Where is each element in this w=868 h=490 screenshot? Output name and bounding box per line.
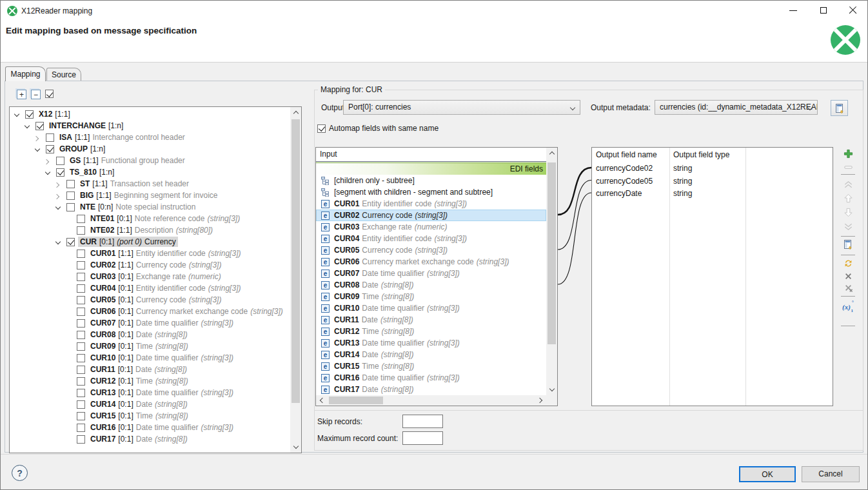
tree-checkbox[interactable]	[66, 180, 75, 188]
tree-checkbox[interactable]	[77, 261, 85, 270]
input-field-row[interactable]: eCUR09Time(string[8])	[316, 291, 546, 302]
tree-row[interactable]: CUR[0:1](port 0)Currency	[10, 236, 290, 248]
input-field-row[interactable]: eCUR04Entity identifier code(string[3])	[316, 233, 546, 244]
expander-open-icon[interactable]	[46, 166, 56, 178]
input-field-row[interactable]: [children only - subtree]	[316, 175, 546, 186]
input-horizontal-scrollbar[interactable]	[316, 395, 546, 406]
move-top-button[interactable]	[842, 180, 854, 191]
input-field-row[interactable]: [segment with children - segment and sub…	[316, 186, 546, 198]
expander-closed-icon[interactable]	[46, 155, 56, 166]
input-field-row[interactable]: eCUR16Date time qualifier(string[3])	[316, 372, 546, 384]
expander-open-icon[interactable]	[25, 120, 35, 132]
tree-row[interactable]: CUR07[0:1]Date time qualifier(string[3])	[10, 317, 290, 329]
expander-closed-icon[interactable]	[35, 132, 46, 143]
check-all-button[interactable]	[45, 90, 54, 98]
tree-row[interactable]: CUR08[0:1]Date(string[8])	[10, 329, 290, 340]
input-field-row[interactable]: eCUR01Entity identifier code(string[3])	[316, 198, 546, 210]
scrollbar-thumb[interactable]	[329, 397, 383, 404]
cancel-all-mappings-button[interactable]	[842, 283, 854, 295]
input-field-row[interactable]: eCUR08Date(string[8])	[316, 279, 546, 291]
scroll-down-icon[interactable]	[290, 442, 301, 453]
help-button[interactable]: ?	[12, 465, 28, 481]
tab-source[interactable]: Source	[46, 68, 81, 81]
tree-row[interactable]: CUR11[0:1]Date(string[8])	[10, 364, 290, 375]
skip-records-input[interactable]	[402, 415, 443, 428]
input-field-row[interactable]: eCUR15Time(string[8])	[316, 360, 546, 372]
expander-closed-icon[interactable]	[56, 178, 66, 190]
tree-row[interactable]: TS_810[1:n]	[10, 166, 290, 178]
scroll-up-icon[interactable]	[290, 107, 301, 118]
input-field-row[interactable]: eCUR05Currency code(string[3])	[316, 244, 546, 256]
expander-open-icon[interactable]	[15, 108, 25, 120]
tree-row[interactable]: CUR13[0:1]Date time qualifier(string[3])	[10, 387, 290, 398]
maximize-button[interactable]	[809, 1, 838, 20]
expand-all-button[interactable]: +	[17, 90, 26, 99]
close-button[interactable]	[838, 1, 867, 20]
tree-row[interactable]: ISA[1:1]Interchange control header	[10, 132, 290, 143]
tree-checkbox[interactable]	[77, 389, 85, 397]
tree-row[interactable]: NTE01[0:1]Note reference code(string[3])	[10, 213, 290, 224]
output-metadata-combobox[interactable]: currencies (id:__dynamic_metadata_X12REA…	[655, 100, 818, 115]
tree-row[interactable]: X12[1:1]	[10, 108, 290, 120]
input-field-row[interactable]: eCUR13Date time qualifier(string[3])	[316, 337, 546, 349]
input-field-row[interactable]: eCUR03Exchange rate(numeric)	[316, 221, 546, 233]
input-field-row[interactable]: eCUR02Currency code(string[3])	[316, 210, 546, 221]
tree-checkbox[interactable]	[77, 400, 85, 409]
edit-metadata-button[interactable]	[831, 100, 848, 116]
tree-checkbox[interactable]	[77, 366, 85, 374]
scroll-up-icon[interactable]	[546, 148, 557, 159]
ok-button[interactable]: OK	[739, 466, 796, 482]
input-field-row[interactable]: eCUR07Date time qualifier(string[3])	[316, 268, 546, 279]
tab-mapping[interactable]: Mapping	[5, 66, 46, 81]
tree-checkbox[interactable]	[25, 110, 34, 119]
tree-row[interactable]: CUR03[0:1]Exchange rate(numeric)	[10, 271, 290, 282]
input-vertical-scrollbar[interactable]	[546, 148, 557, 395]
scroll-down-icon[interactable]	[546, 384, 557, 395]
tree-row[interactable]: GROUP[1:n]	[10, 143, 290, 155]
tree-checkbox[interactable]	[46, 133, 54, 142]
tree-row[interactable]: CUR01[1:1]Entity identifier code(string[…	[10, 248, 290, 259]
tree-row[interactable]: INTERCHANGE[1:n]	[10, 120, 290, 132]
tree-checkbox[interactable]	[77, 250, 85, 258]
tree-checkbox[interactable]	[35, 122, 44, 130]
tree-checkbox[interactable]	[56, 157, 64, 165]
tree-checkbox[interactable]	[66, 238, 75, 246]
input-field-row[interactable]: eCUR11Date(string[8])	[316, 314, 546, 326]
input-field-row[interactable]: eCUR10Date time qualifier(string[3])	[316, 302, 546, 314]
cancel-mapping-button[interactable]	[842, 271, 854, 283]
tree-checkbox[interactable]	[77, 319, 85, 328]
scrollbar-thumb[interactable]	[547, 162, 556, 344]
remove-field-button[interactable]	[842, 162, 854, 174]
move-bottom-button[interactable]	[842, 222, 854, 233]
expander-open-icon[interactable]	[35, 143, 46, 155]
tree-checkbox[interactable]	[77, 308, 85, 316]
scroll-left-icon[interactable]	[316, 395, 327, 406]
expander-open-icon[interactable]	[56, 236, 66, 248]
collapse-all-button[interactable]: −	[31, 90, 41, 99]
input-field-row[interactable]: eCUR06Currency market exchange code(stri…	[316, 256, 546, 268]
add-field-button[interactable]	[842, 149, 854, 161]
tree-row[interactable]: CUR04[0:1]Entity identifier code(string[…	[10, 282, 290, 294]
sequence-field-button[interactable]: (x)°1	[842, 300, 854, 312]
output-field-row[interactable]: currencyCode02string	[592, 162, 833, 175]
tree-checkbox[interactable]	[77, 435, 85, 444]
tree-row[interactable]: CUR05[0:1]Currency code(string[3])	[10, 294, 290, 306]
edit-record-button[interactable]	[842, 240, 854, 251]
tree-row[interactable]: CUR09[0:1]Time(string[8])	[10, 340, 290, 352]
max-record-count-input[interactable]	[402, 431, 443, 445]
tree-checkbox[interactable]	[77, 296, 85, 304]
tree-checkbox[interactable]	[77, 424, 85, 432]
tree-checkbox[interactable]	[77, 354, 85, 362]
tree-row[interactable]: CUR02[1:1]Currency code(string[3])	[10, 259, 290, 271]
mapping-connection[interactable]	[558, 168, 591, 215]
tree-checkbox[interactable]	[66, 191, 75, 200]
tree-checkbox[interactable]	[77, 273, 85, 281]
tree-checkbox[interactable]	[77, 215, 85, 223]
tree-checkbox[interactable]	[77, 226, 85, 235]
refresh-mapping-button[interactable]	[842, 259, 854, 270]
input-field-row[interactable]: eCUR12Time(string[8])	[316, 326, 546, 337]
tree-row[interactable]: CUR15[0:1]Time(string[8])	[10, 410, 290, 422]
move-down-button[interactable]	[842, 208, 854, 219]
tree-checkbox[interactable]	[77, 284, 85, 293]
tree-checkbox[interactable]	[77, 331, 85, 339]
